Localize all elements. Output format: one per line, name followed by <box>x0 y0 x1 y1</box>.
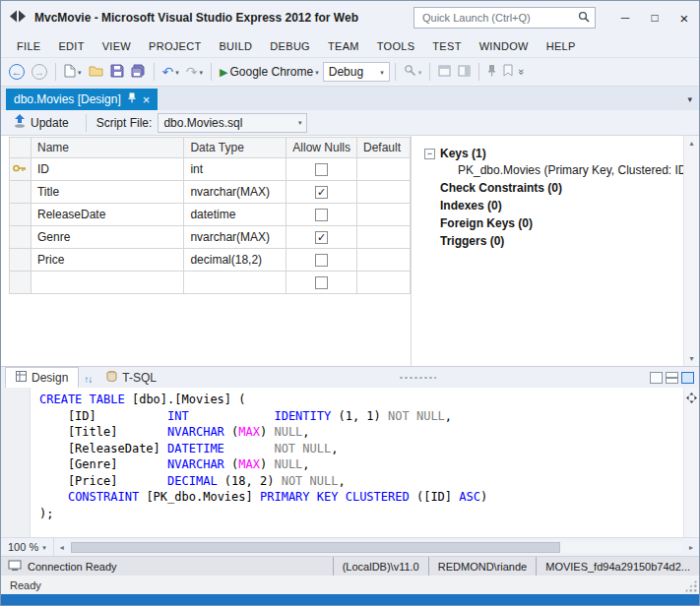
grid-row-releasedate[interactable]: ReleaseDatedatetime <box>10 204 411 226</box>
new-item-button[interactable]: ▾ <box>61 62 85 83</box>
swap-panes-button[interactable]: ↑↓ <box>79 374 96 388</box>
scroll-down-icon[interactable]: ▾ <box>689 354 693 363</box>
column-name-cell[interactable]: ReleaseDate <box>31 204 183 226</box>
menu-window[interactable]: WINDOW <box>471 34 538 57</box>
start-debug-button[interactable]: ▶ Google Chrome ▾ <box>217 63 322 81</box>
column-name-cell[interactable]: Price <box>31 249 183 272</box>
minimize-button[interactable]: ─ <box>610 1 640 34</box>
menu-edit[interactable]: EDIT <box>49 34 93 57</box>
grid-row-id[interactable]: IDint <box>10 158 411 181</box>
code-line[interactable]: CREATE TABLE [dbo].[Movies] ( <box>39 392 683 408</box>
code-line[interactable]: [Genre] NVARCHAR (MAX) NULL, <box>39 456 683 473</box>
maximize-button[interactable]: □ <box>640 1 669 34</box>
code-line[interactable]: CONSTRAINT [PK_dbo.Movies] PRIMARY KEY C… <box>39 489 683 506</box>
splitter-handle[interactable] <box>399 376 436 381</box>
solution-explorer-button[interactable] <box>435 63 454 82</box>
grid-row-empty[interactable] <box>10 272 411 294</box>
column-name-cell[interactable]: ID <box>31 158 183 181</box>
code-vertical-scrollbar[interactable] <box>683 388 699 537</box>
tab-dbo-movies-design[interactable]: dbo.Movies [Design] × <box>6 89 158 110</box>
pin-icon[interactable] <box>128 92 136 106</box>
properties-window-button[interactable] <box>455 63 474 82</box>
column-name-cell[interactable] <box>31 272 183 294</box>
menu-file[interactable]: FILE <box>8 34 49 57</box>
tree-item-triggers-0-[interactable]: Triggers (0) <box>424 232 679 250</box>
data-type-cell[interactable]: decimal(18,2) <box>184 249 286 272</box>
pin-toolbar-button[interactable] <box>484 62 499 82</box>
tree-item-foreign-keys-0-[interactable]: Foreign Keys (0) <box>424 214 679 232</box>
collapse-icon[interactable]: − <box>424 149 435 159</box>
find-in-files-button[interactable]: ▾ <box>401 62 425 82</box>
navigate-back-button[interactable]: ← <box>6 62 28 82</box>
menu-build[interactable]: BUILD <box>210 34 261 57</box>
default-cell[interactable] <box>356 249 410 272</box>
default-cell[interactable] <box>356 158 410 181</box>
grid-row-title[interactable]: Titlenvarchar(MAX)✓ <box>10 181 411 204</box>
horizontal-split-button[interactable] <box>666 372 678 384</box>
pan-icon[interactable] <box>686 390 697 407</box>
allow-nulls-checkbox[interactable] <box>315 276 328 289</box>
grid-row-price[interactable]: Pricedecimal(18,2) <box>10 249 411 272</box>
data-type-cell[interactable]: nvarchar(MAX) <box>184 226 286 249</box>
data-type-cell[interactable] <box>184 272 286 294</box>
code-line[interactable]: ); <box>39 506 683 522</box>
menu-view[interactable]: VIEW <box>94 34 140 57</box>
column-header-allow-nulls[interactable]: Allow Nulls <box>286 138 357 158</box>
scroll-up-icon[interactable]: ▴ <box>689 139 693 148</box>
default-cell[interactable] <box>356 226 410 249</box>
code-line[interactable]: [ReleaseDate] DATETIME NOT NULL, <box>39 441 683 457</box>
maximize-pane-button[interactable] <box>650 372 663 384</box>
scrollbar-track[interactable] <box>71 542 682 553</box>
search-icon[interactable] <box>578 9 590 27</box>
tab-list-dropdown-icon[interactable]: ▾ <box>687 94 692 104</box>
quick-launch-input[interactable]: Quick Launch (Ctrl+Q) <box>414 7 596 29</box>
zoom-combo[interactable]: 100 % ▾ <box>1 538 54 556</box>
data-type-cell[interactable]: int <box>184 158 286 181</box>
column-header-data-type[interactable]: Data Type <box>184 138 286 158</box>
column-header-name[interactable]: Name <box>31 138 183 158</box>
script-file-combo[interactable]: dbo.Movies.sql ▾ <box>158 113 307 133</box>
open-file-button[interactable] <box>86 63 106 82</box>
vertical-split-button[interactable] <box>681 372 694 384</box>
scrollbar-thumb[interactable] <box>71 542 560 553</box>
code-content[interactable]: CREATE TABLE [dbo].[Movies] ( [ID] INT I… <box>31 388 683 537</box>
allow-nulls-checkbox[interactable]: ✓ <box>315 186 328 199</box>
default-cell[interactable] <box>356 272 410 294</box>
menu-tools[interactable]: TOOLS <box>368 34 424 57</box>
scroll-left-icon[interactable]: ◂ <box>54 543 70 552</box>
column-name-cell[interactable]: Title <box>31 181 183 204</box>
undo-button[interactable]: ↶ ▾ <box>159 63 182 81</box>
code-line[interactable]: [Price] DECIMAL (18, 2) NOT NULL, <box>39 473 683 490</box>
data-type-cell[interactable]: nvarchar(MAX) <box>184 181 286 204</box>
tab-close-icon[interactable]: × <box>143 93 151 106</box>
tree-item-keys-1-[interactable]: −Keys (1) <box>424 145 679 162</box>
grid-row-genre[interactable]: Genrenvarchar(MAX)✓ <box>10 226 411 249</box>
menu-test[interactable]: TEST <box>423 34 470 57</box>
redo-button[interactable]: ↷ ▾ <box>183 63 206 81</box>
column-name-cell[interactable]: Genre <box>31 226 183 249</box>
solution-configuration-combo[interactable]: Debug ▾ <box>323 62 390 82</box>
data-type-cell[interactable]: datetime <box>184 204 286 226</box>
vertical-scrollbar[interactable]: ▴ ▾ <box>683 136 699 366</box>
allow-nulls-checkbox[interactable]: ✓ <box>315 231 328 244</box>
close-button[interactable]: × <box>669 1 699 34</box>
resize-grip[interactable] <box>684 579 697 592</box>
default-cell[interactable] <box>356 204 410 226</box>
default-cell[interactable] <box>356 181 410 204</box>
save-all-button[interactable] <box>128 62 149 83</box>
allow-nulls-checkbox[interactable] <box>315 254 328 267</box>
menu-help[interactable]: HELP <box>538 34 585 57</box>
toolbar-overflow-button[interactable]: » <box>516 67 528 77</box>
tree-item-indexes-0-[interactable]: Indexes (0) <box>424 197 679 214</box>
menu-team[interactable]: TEAM <box>319 34 368 57</box>
allow-nulls-checkbox[interactable] <box>315 163 328 176</box>
tab-design[interactable]: Design <box>5 367 79 388</box>
column-header-default[interactable]: Default <box>356 138 410 158</box>
navigate-forward-button[interactable]: → <box>29 62 50 82</box>
allow-nulls-checkbox[interactable] <box>315 209 328 221</box>
save-button[interactable] <box>107 62 127 83</box>
tab-tsql[interactable]: T-SQL <box>96 367 166 388</box>
code-line[interactable]: [Title] NVARCHAR (MAX) NULL, <box>39 424 683 441</box>
horizontal-scrollbar[interactable]: ◂ ▸ <box>54 538 699 556</box>
update-button[interactable]: Update <box>7 112 76 133</box>
